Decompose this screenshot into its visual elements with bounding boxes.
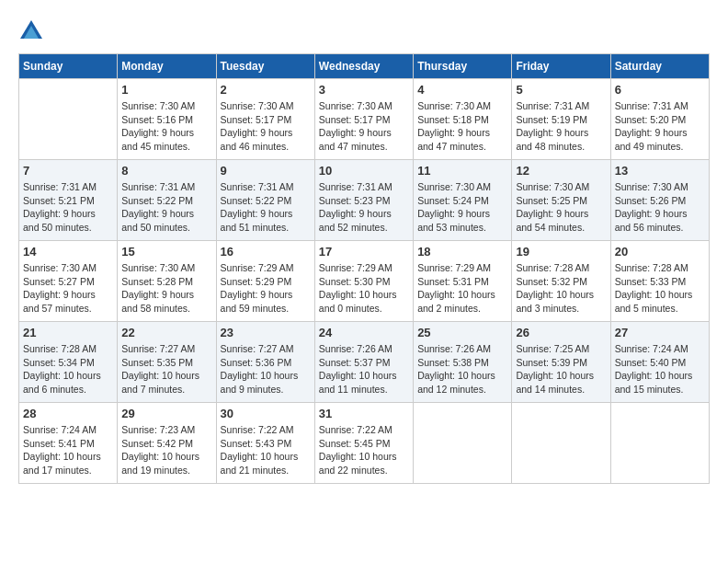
- day-number: 14: [23, 245, 113, 259]
- day-info: Sunrise: 7:30 AM Sunset: 5:28 PM Dayligh…: [121, 261, 211, 316]
- day-number: 3: [319, 83, 409, 97]
- calendar: SundayMondayTuesdayWednesdayThursdayFrid…: [18, 53, 710, 484]
- day-info: Sunrise: 7:26 AM Sunset: 5:38 PM Dayligh…: [417, 342, 507, 396]
- day-info: Sunrise: 7:29 AM Sunset: 5:29 PM Dayligh…: [221, 261, 311, 316]
- calendar-week-row: 1Sunrise: 7:30 AM Sunset: 5:16 PM Daylig…: [19, 79, 710, 160]
- day-info: Sunrise: 7:30 AM Sunset: 5:24 PM Dayligh…: [417, 180, 507, 235]
- calendar-day-cell: 14Sunrise: 7:30 AM Sunset: 5:27 PM Dayli…: [19, 241, 118, 322]
- day-info: Sunrise: 7:25 AM Sunset: 5:39 PM Dayligh…: [516, 342, 606, 396]
- day-number: 21: [23, 326, 113, 339]
- calendar-day-cell: 9Sunrise: 7:31 AM Sunset: 5:22 PM Daylig…: [216, 160, 314, 241]
- day-number: 10: [319, 164, 409, 178]
- day-info: Sunrise: 7:27 AM Sunset: 5:35 PM Dayligh…: [121, 342, 211, 396]
- weekday-header-saturday: Saturday: [610, 54, 709, 79]
- day-number: 25: [417, 326, 507, 339]
- calendar-day-cell: 13Sunrise: 7:30 AM Sunset: 5:26 PM Dayli…: [610, 160, 709, 241]
- logo-icon: [18, 18, 44, 44]
- calendar-week-row: 28Sunrise: 7:24 AM Sunset: 5:41 PM Dayli…: [19, 403, 710, 484]
- weekday-header-friday: Friday: [512, 54, 610, 79]
- calendar-day-cell: 31Sunrise: 7:22 AM Sunset: 5:45 PM Dayli…: [314, 403, 413, 484]
- day-number: 7: [23, 164, 113, 178]
- calendar-day-cell: [19, 79, 118, 160]
- calendar-day-cell: 12Sunrise: 7:30 AM Sunset: 5:25 PM Dayli…: [512, 160, 610, 241]
- day-number: 4: [417, 83, 507, 97]
- day-number: 1: [121, 83, 211, 97]
- calendar-day-cell: 25Sunrise: 7:26 AM Sunset: 5:38 PM Dayli…: [414, 322, 512, 403]
- day-number: 22: [121, 326, 211, 339]
- calendar-day-cell: 3Sunrise: 7:30 AM Sunset: 5:17 PM Daylig…: [314, 79, 413, 160]
- weekday-header-monday: Monday: [118, 54, 216, 79]
- day-number: 28: [23, 407, 113, 420]
- day-number: 15: [121, 245, 211, 259]
- day-number: 29: [121, 407, 211, 420]
- day-number: 16: [221, 245, 311, 259]
- calendar-day-cell: 16Sunrise: 7:29 AM Sunset: 5:29 PM Dayli…: [216, 241, 314, 322]
- calendar-day-cell: 26Sunrise: 7:25 AM Sunset: 5:39 PM Dayli…: [512, 322, 610, 403]
- day-info: Sunrise: 7:31 AM Sunset: 5:21 PM Dayligh…: [23, 180, 113, 235]
- day-info: Sunrise: 7:30 AM Sunset: 5:18 PM Dayligh…: [417, 99, 507, 154]
- day-info: Sunrise: 7:30 AM Sunset: 5:17 PM Dayligh…: [319, 99, 409, 154]
- logo: [18, 18, 48, 44]
- day-number: 8: [121, 164, 211, 178]
- day-number: 11: [417, 164, 507, 178]
- day-info: Sunrise: 7:24 AM Sunset: 5:40 PM Dayligh…: [615, 342, 705, 396]
- day-number: 2: [221, 83, 311, 97]
- weekday-header-wednesday: Wednesday: [314, 54, 413, 79]
- weekday-header-thursday: Thursday: [414, 54, 512, 79]
- day-info: Sunrise: 7:29 AM Sunset: 5:30 PM Dayligh…: [319, 261, 409, 316]
- day-info: Sunrise: 7:28 AM Sunset: 5:33 PM Dayligh…: [615, 261, 705, 316]
- weekday-header-row: SundayMondayTuesdayWednesdayThursdayFrid…: [19, 54, 710, 79]
- calendar-day-cell: [414, 403, 512, 484]
- calendar-day-cell: 5Sunrise: 7:31 AM Sunset: 5:19 PM Daylig…: [512, 79, 610, 160]
- day-info: Sunrise: 7:29 AM Sunset: 5:31 PM Dayligh…: [417, 261, 507, 316]
- calendar-day-cell: 8Sunrise: 7:31 AM Sunset: 5:22 PM Daylig…: [118, 160, 216, 241]
- day-number: 12: [516, 164, 606, 178]
- day-number: 31: [319, 407, 409, 420]
- day-number: 6: [615, 83, 705, 97]
- day-info: Sunrise: 7:30 AM Sunset: 5:17 PM Dayligh…: [221, 99, 311, 154]
- calendar-week-row: 14Sunrise: 7:30 AM Sunset: 5:27 PM Dayli…: [19, 241, 710, 322]
- calendar-day-cell: 21Sunrise: 7:28 AM Sunset: 5:34 PM Dayli…: [19, 322, 118, 403]
- day-info: Sunrise: 7:30 AM Sunset: 5:26 PM Dayligh…: [615, 180, 705, 235]
- calendar-day-cell: 19Sunrise: 7:28 AM Sunset: 5:32 PM Dayli…: [512, 241, 610, 322]
- calendar-day-cell: 4Sunrise: 7:30 AM Sunset: 5:18 PM Daylig…: [414, 79, 512, 160]
- day-info: Sunrise: 7:22 AM Sunset: 5:45 PM Dayligh…: [319, 423, 409, 477]
- day-info: Sunrise: 7:30 AM Sunset: 5:16 PM Dayligh…: [121, 99, 211, 154]
- calendar-day-cell: 20Sunrise: 7:28 AM Sunset: 5:33 PM Dayli…: [610, 241, 709, 322]
- day-info: Sunrise: 7:28 AM Sunset: 5:34 PM Dayligh…: [23, 342, 113, 396]
- calendar-day-cell: 7Sunrise: 7:31 AM Sunset: 5:21 PM Daylig…: [19, 160, 118, 241]
- calendar-day-cell: 30Sunrise: 7:22 AM Sunset: 5:43 PM Dayli…: [216, 403, 314, 484]
- header: [18, 18, 710, 44]
- day-info: Sunrise: 7:23 AM Sunset: 5:42 PM Dayligh…: [121, 423, 211, 477]
- day-info: Sunrise: 7:22 AM Sunset: 5:43 PM Dayligh…: [221, 423, 311, 477]
- calendar-day-cell: 28Sunrise: 7:24 AM Sunset: 5:41 PM Dayli…: [19, 403, 118, 484]
- calendar-day-cell: 11Sunrise: 7:30 AM Sunset: 5:24 PM Dayli…: [414, 160, 512, 241]
- calendar-day-cell: 22Sunrise: 7:27 AM Sunset: 5:35 PM Dayli…: [118, 322, 216, 403]
- calendar-day-cell: 17Sunrise: 7:29 AM Sunset: 5:30 PM Dayli…: [314, 241, 413, 322]
- calendar-day-cell: 6Sunrise: 7:31 AM Sunset: 5:20 PM Daylig…: [610, 79, 709, 160]
- calendar-day-cell: 15Sunrise: 7:30 AM Sunset: 5:28 PM Dayli…: [118, 241, 216, 322]
- day-info: Sunrise: 7:28 AM Sunset: 5:32 PM Dayligh…: [516, 261, 606, 316]
- calendar-day-cell: 10Sunrise: 7:31 AM Sunset: 5:23 PM Dayli…: [314, 160, 413, 241]
- calendar-day-cell: [512, 403, 610, 484]
- day-number: 20: [615, 245, 705, 259]
- day-number: 26: [516, 326, 606, 339]
- calendar-day-cell: 2Sunrise: 7:30 AM Sunset: 5:17 PM Daylig…: [216, 79, 314, 160]
- day-number: 9: [221, 164, 311, 178]
- weekday-header-tuesday: Tuesday: [216, 54, 314, 79]
- day-info: Sunrise: 7:27 AM Sunset: 5:36 PM Dayligh…: [221, 342, 311, 396]
- calendar-week-row: 7Sunrise: 7:31 AM Sunset: 5:21 PM Daylig…: [19, 160, 710, 241]
- day-number: 18: [417, 245, 507, 259]
- day-info: Sunrise: 7:31 AM Sunset: 5:22 PM Dayligh…: [121, 180, 211, 235]
- calendar-day-cell: 18Sunrise: 7:29 AM Sunset: 5:31 PM Dayli…: [414, 241, 512, 322]
- day-info: Sunrise: 7:31 AM Sunset: 5:20 PM Dayligh…: [615, 99, 705, 154]
- day-info: Sunrise: 7:26 AM Sunset: 5:37 PM Dayligh…: [319, 342, 409, 396]
- day-number: 19: [516, 245, 606, 259]
- day-number: 30: [221, 407, 311, 420]
- day-number: 5: [516, 83, 606, 97]
- day-number: 17: [319, 245, 409, 259]
- calendar-day-cell: 1Sunrise: 7:30 AM Sunset: 5:16 PM Daylig…: [118, 79, 216, 160]
- calendar-day-cell: 29Sunrise: 7:23 AM Sunset: 5:42 PM Dayli…: [118, 403, 216, 484]
- day-info: Sunrise: 7:30 AM Sunset: 5:27 PM Dayligh…: [23, 261, 113, 316]
- day-number: 23: [221, 326, 311, 339]
